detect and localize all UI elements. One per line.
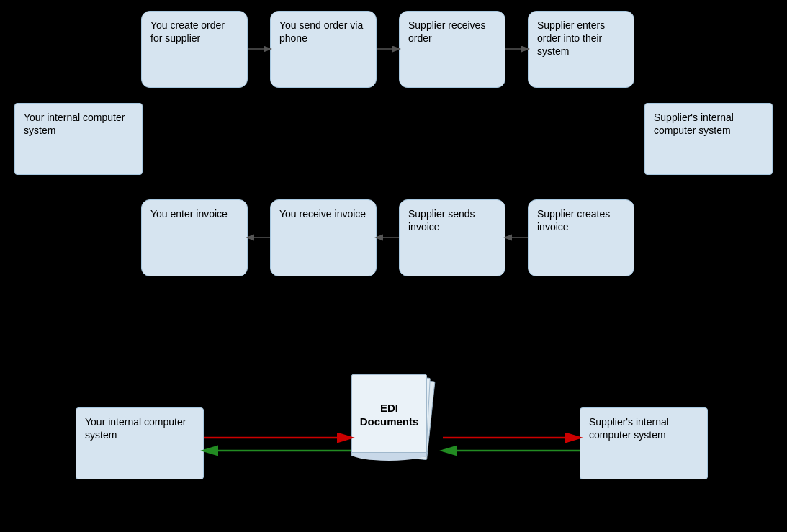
box-receive-invoice: You receive invoice	[270, 199, 377, 276]
box-create-order: You create order for supplier	[141, 11, 248, 88]
diagram-container: You create order for supplier You send o…	[0, 0, 787, 532]
box-supplier-sends: Supplier sends invoice	[399, 199, 505, 276]
box-supplier-enters: Supplier enters order into their system	[528, 11, 634, 88]
left-system-bottom: Your internal computer system	[76, 407, 204, 479]
box-supplier-receives: Supplier receives order	[399, 11, 505, 88]
right-system-top: Supplier's internal computer system	[644, 103, 773, 175]
edi-label: EDIDocuments	[360, 401, 419, 429]
box-supplier-creates: Supplier creates invoice	[528, 199, 634, 276]
box-send-phone: You send order via phone	[270, 11, 377, 88]
edi-documents: EDIDocuments	[346, 374, 439, 475]
box-enter-invoice: You enter invoice	[141, 199, 248, 276]
right-system-bottom: Supplier's internal computer system	[580, 407, 708, 479]
left-system-top: Your internal computer system	[14, 103, 143, 175]
